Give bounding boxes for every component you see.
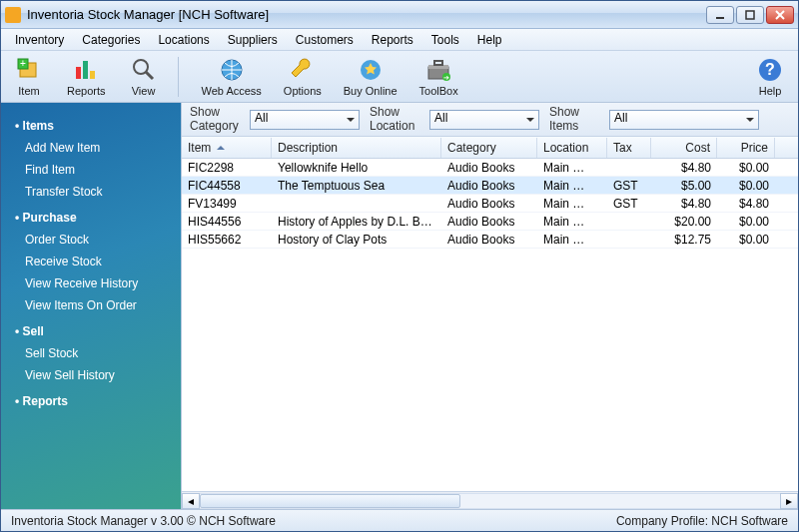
cell: $4.80 — [651, 196, 717, 212]
cell: The Temptuous Sea — [272, 178, 441, 194]
table-row[interactable]: FV13499Audio BooksMain …GST$4.80$4.80 — [182, 195, 798, 213]
cell: GST — [607, 178, 651, 194]
cart-star-icon — [357, 56, 385, 84]
menu-customers[interactable]: Customers — [288, 31, 362, 49]
col-location[interactable]: Location — [537, 138, 607, 158]
sidebar-item[interactable]: Find Item — [1, 159, 181, 181]
tb-buyonline-label: Buy Online — [344, 85, 398, 97]
menu-reports[interactable]: Reports — [364, 31, 421, 49]
toolbar: + Item Reports View Web Access Options B… — [1, 51, 798, 103]
cell — [607, 167, 651, 169]
cell: Yellowknife Hello — [272, 160, 441, 176]
menu-inventory[interactable]: Inventory — [7, 31, 72, 49]
cell: FV13499 — [182, 196, 272, 212]
main-panel: Show Category All Show Location All Show… — [181, 103, 798, 509]
horizontal-scrollbar[interactable]: ◂ ▸ — [182, 491, 798, 509]
status-left: Inventoria Stock Manager v 3.00 © NCH So… — [11, 514, 276, 528]
cell: Audio Books — [441, 232, 537, 248]
filter-items-select[interactable]: All — [609, 110, 759, 130]
scroll-right-button[interactable]: ▸ — [780, 493, 798, 509]
cell: FIC2298 — [182, 160, 272, 176]
sidebar-item[interactable]: View Receive History — [1, 272, 181, 294]
scroll-track[interactable] — [200, 493, 780, 509]
tb-options[interactable]: Options — [278, 54, 328, 99]
items-grid: Item Description Category Location Tax C… — [182, 137, 798, 509]
sidebar-item[interactable]: Add New Item — [1, 137, 181, 159]
tb-help[interactable]: ? Help — [748, 54, 792, 99]
tb-view[interactable]: View — [122, 54, 166, 99]
cell: $4.80 — [651, 160, 717, 176]
col-tax[interactable]: Tax — [607, 138, 651, 158]
sidebar-item[interactable]: Transfer Stock — [1, 181, 181, 203]
sidebar-group-reports[interactable]: Reports — [1, 386, 181, 412]
cell — [607, 221, 651, 223]
cell: $5.00 — [651, 178, 717, 194]
tb-buyonline[interactable]: Buy Online — [338, 54, 403, 99]
table-row[interactable]: HIS55662Hostory of Clay PotsAudio BooksM… — [182, 231, 798, 249]
tb-toolbox-label: ToolBox — [419, 85, 458, 97]
svg-rect-1 — [746, 11, 754, 19]
table-row[interactable]: FIC2298Yellowknife HelloAudio BooksMain … — [182, 159, 798, 177]
grid-body[interactable]: FIC2298Yellowknife HelloAudio BooksMain … — [182, 159, 798, 491]
col-cost[interactable]: Cost — [651, 138, 717, 158]
sidebar-item[interactable]: Receive Stock — [1, 251, 181, 272]
menu-tools[interactable]: Tools — [423, 31, 467, 49]
cell: Main … — [537, 196, 607, 212]
col-price[interactable]: Price — [717, 138, 775, 158]
cell: $12.75 — [651, 232, 717, 248]
cell: Main … — [537, 160, 607, 176]
svg-rect-7 — [76, 67, 81, 79]
status-right: Company Profile: NCH Software — [616, 514, 788, 528]
filter-location-label: Show Location — [370, 106, 425, 132]
menu-categories[interactable]: Categories — [74, 31, 148, 49]
sidebar-group-purchase[interactable]: Purchase — [1, 203, 181, 229]
titlebar[interactable]: Inventoria Stock Manager [NCH Software] — [1, 1, 798, 29]
cell: Main … — [537, 178, 607, 194]
maximize-button[interactable] — [736, 6, 764, 24]
table-row[interactable]: FIC44558The Temptuous SeaAudio BooksMain… — [182, 177, 798, 195]
close-button[interactable] — [766, 6, 794, 24]
svg-line-11 — [146, 72, 153, 79]
tb-help-label: Help — [759, 85, 782, 97]
filter-items-label: Show Items — [549, 106, 605, 132]
menu-locations[interactable]: Locations — [150, 31, 217, 49]
scroll-left-button[interactable]: ◂ — [182, 493, 200, 509]
col-item[interactable]: Item — [182, 138, 272, 158]
col-description[interactable]: Description — [272, 138, 441, 158]
svg-text:➔: ➔ — [443, 74, 449, 81]
table-row[interactable]: HIS44556History of Apples by D.L. Brewer… — [182, 213, 798, 231]
svg-text:+: + — [20, 58, 26, 69]
menu-suppliers[interactable]: Suppliers — [220, 31, 286, 49]
tb-webaccess[interactable]: Web Access — [196, 54, 268, 99]
cell: Hostory of Clay Pots — [272, 232, 441, 248]
toolbox-icon: ➔ — [424, 56, 452, 84]
cell: Audio Books — [441, 160, 537, 176]
sidebar-item[interactable]: Order Stock — [1, 229, 181, 251]
sidebar-item[interactable]: View Items On Order — [1, 294, 181, 316]
menubar: Inventory Categories Locations Suppliers… — [1, 29, 798, 51]
cell: $4.80 — [717, 196, 775, 212]
app-window: Inventoria Stock Manager [NCH Software] … — [0, 0, 799, 532]
filter-location-select[interactable]: All — [429, 110, 539, 130]
tb-toolbox[interactable]: ➔ ToolBox — [413, 54, 464, 99]
menu-help[interactable]: Help — [469, 31, 510, 49]
cell: Main … — [537, 214, 607, 230]
sidebar-item[interactable]: Sell Stock — [1, 342, 181, 364]
globe-icon — [218, 56, 246, 84]
sidebar-item[interactable]: View Sell History — [1, 364, 181, 386]
cell: Main … — [537, 232, 607, 248]
wrench-icon — [289, 56, 317, 84]
col-category[interactable]: Category — [441, 138, 537, 158]
tb-reports[interactable]: Reports — [61, 54, 112, 99]
scroll-thumb[interactable] — [200, 494, 460, 508]
cell: Audio Books — [441, 178, 537, 194]
filter-category-select[interactable]: All — [250, 110, 360, 130]
box-plus-icon: + — [15, 56, 43, 84]
sidebar-group-items[interactable]: Items — [1, 111, 181, 137]
grid-header: Item Description Category Location Tax C… — [182, 137, 798, 159]
cell: $0.00 — [717, 160, 775, 176]
cell: FIC44558 — [182, 178, 272, 194]
sidebar-group-sell[interactable]: Sell — [1, 316, 181, 342]
tb-item[interactable]: + Item — [7, 54, 51, 99]
minimize-button[interactable] — [706, 6, 734, 24]
